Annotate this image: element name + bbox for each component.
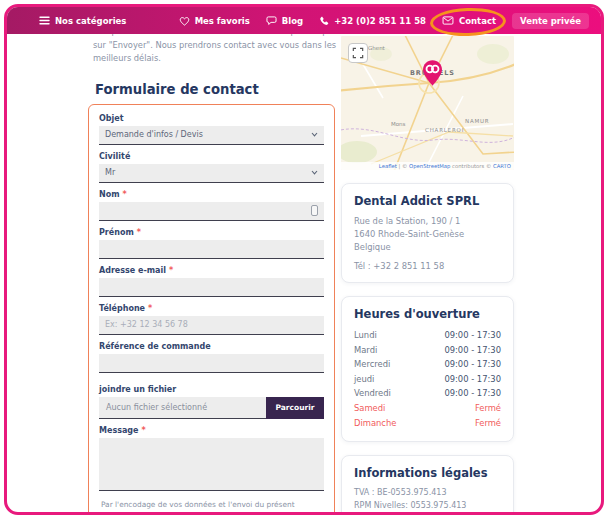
map-label-ghent: Ghent	[368, 45, 385, 51]
info-column: Ghent BRUSSELS Mons CHARLEROI NAMUR Leaf…	[341, 34, 514, 515]
location-pin-marker[interactable]	[423, 60, 442, 86]
chevron-down-icon	[311, 170, 318, 175]
company-phone: Tél : +32 2 851 11 58	[354, 261, 501, 271]
private-sale-label: Vente privée	[520, 16, 581, 26]
opening-hours-card: Heures d'ouverture Lundi09:00 - 17:30 Ma…	[341, 296, 514, 442]
map-fullscreen-button[interactable]	[348, 43, 368, 63]
hamburger-icon	[39, 16, 50, 25]
page-content: Remplissez le formulaire de contact ci-d…	[7, 34, 601, 512]
legal-info-card: Informations légales TVA : BE-0553.975.4…	[341, 455, 514, 515]
required-asterisk: *	[141, 426, 145, 435]
contact-form-column: Remplissez le formulaire de contact ci-d…	[88, 34, 335, 515]
company-address-line: Belgique	[354, 241, 501, 254]
nom-label: Nom	[99, 190, 120, 199]
email-input[interactable]	[105, 278, 318, 296]
file-input[interactable]: Aucun fichier sélectionné	[99, 397, 266, 419]
objet-select[interactable]: Demande d'infos / Devis	[99, 126, 324, 145]
company-address-line: 1640 Rhode-Saint-Genèse	[354, 228, 501, 241]
phone-icon	[319, 16, 329, 26]
map-label-charleroi: CHARLEROI	[425, 127, 464, 133]
prenom-input[interactable]	[105, 240, 318, 258]
legal-line: TVA : BE-0553.975.413	[354, 487, 501, 500]
favorites-link[interactable]: Mes favoris	[179, 16, 250, 26]
page-frame: Nos catégories Mes favoris Blog +32 (0)2…	[4, 4, 604, 515]
field-civilite: Civilité Mr	[99, 152, 324, 183]
legal-info-title: Informations légales	[354, 466, 501, 480]
telephone-label: Téléphone	[99, 304, 145, 313]
opening-hours-title: Heures d'ouverture	[354, 307, 501, 321]
company-name: Dental Addict SPRL	[354, 194, 501, 208]
required-asterisk: *	[123, 190, 127, 199]
chat-bubble-icon	[266, 16, 277, 26]
required-asterisk: *	[137, 228, 141, 237]
hours-row-closed: DimancheFermé	[354, 416, 501, 431]
hours-row: Mercredi09:00 - 17:30	[354, 357, 501, 372]
hours-row: Lundi09:00 - 17:30	[354, 328, 501, 343]
field-message: Message*	[99, 426, 324, 491]
categories-menu-button[interactable]: Nos catégories	[39, 16, 126, 26]
legal-line: TVA : LU-31377146	[354, 513, 501, 515]
location-map[interactable]: Ghent BRUSSELS Mons CHARLEROI NAMUR Leaf…	[341, 36, 514, 170]
telephone-input[interactable]	[105, 316, 318, 334]
hours-row-closed: SamediFermé	[354, 401, 501, 416]
browse-button[interactable]: Parcourir	[266, 397, 324, 419]
contact-form: Objet Demande d'infos / Devis Civilité M…	[88, 104, 335, 516]
top-nav-right: Mes favoris Blog +32 (0)2 851 11 58 Cont…	[179, 13, 589, 29]
hours-row: Mardi09:00 - 17:30	[354, 343, 501, 358]
nom-input[interactable]	[105, 202, 311, 220]
fichier-label: joindre un fichier	[99, 385, 176, 394]
company-address-line: Rue de la Station, 190 / 1	[354, 215, 501, 228]
prenom-label: Prénom	[99, 228, 134, 237]
map-attribution: Leaflet | © OpenStreetMap contributors ©…	[341, 162, 514, 170]
fullscreen-icon	[352, 47, 364, 59]
required-asterisk: *	[169, 266, 173, 275]
field-email: Adresse e-mail*	[99, 266, 324, 297]
field-telephone: Téléphone*	[99, 304, 324, 335]
autofill-icon	[311, 205, 318, 216]
phone-label: +32 (0)2 851 11 58	[334, 16, 426, 26]
civilite-selected-value: Mr	[105, 168, 311, 177]
blog-link[interactable]: Blog	[266, 16, 303, 26]
file-status-text: Aucun fichier sélectionné	[106, 403, 207, 412]
field-objet: Objet Demande d'infos / Devis	[99, 114, 324, 145]
phone-link[interactable]: +32 (0)2 851 11 58	[319, 16, 426, 26]
objet-label: Objet	[99, 114, 124, 123]
company-card: Dental Addict SPRL Rue de la Station, 19…	[341, 183, 514, 283]
hours-row: Vendredi09:00 - 17:30	[354, 386, 501, 401]
private-sale-button[interactable]: Vente privée	[512, 13, 589, 29]
hours-row: jeudi09:00 - 17:30	[354, 372, 501, 387]
reference-input[interactable]	[105, 354, 318, 372]
favorites-label: Mes favoris	[195, 16, 250, 26]
top-nav-bar: Nos catégories Mes favoris Blog +32 (0)2…	[7, 7, 601, 34]
chevron-down-icon	[311, 132, 318, 137]
field-fichier: joindre un fichier Aucun fichier sélecti…	[99, 385, 324, 419]
civilite-label: Civilité	[99, 152, 130, 161]
categories-label: Nos catégories	[55, 16, 126, 26]
blog-label: Blog	[282, 16, 303, 26]
objet-selected-value: Demande d'infos / Devis	[105, 130, 311, 139]
legal-line: RPM Nivelles: 0553.975.413	[354, 500, 501, 513]
field-prenom: Prénom*	[99, 228, 324, 259]
page-title: Formulaire de contact	[95, 82, 335, 97]
message-textarea[interactable]	[99, 438, 324, 491]
civilite-select[interactable]: Mr	[99, 164, 324, 183]
map-label-namur: NAMUR	[465, 118, 489, 124]
privacy-disclaimer: Par l'encodage de vos données et l'envoi…	[101, 499, 322, 516]
email-label: Adresse e-mail	[99, 266, 166, 275]
envelope-icon	[442, 16, 454, 25]
map-label-mons: Mons	[391, 121, 405, 127]
field-reference: Référence de commande	[99, 342, 324, 373]
reference-label: Référence de commande	[99, 342, 211, 351]
contact-label: Contact	[459, 16, 496, 26]
required-asterisk: *	[148, 304, 152, 313]
message-label: Message	[99, 426, 138, 435]
heart-icon	[179, 16, 190, 26]
field-nom: Nom*	[99, 190, 324, 221]
contact-link[interactable]: Contact	[442, 16, 496, 26]
